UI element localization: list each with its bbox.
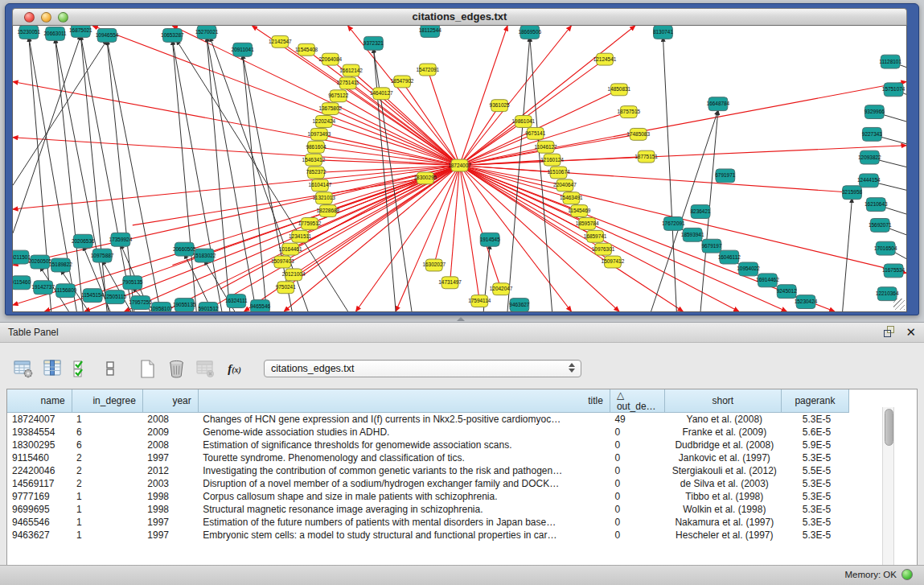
table-cell[interactable]: 22420046 xyxy=(7,464,72,477)
graph-node-yellow[interactable]: 16612142 xyxy=(339,64,363,76)
graph-node-yellow[interactable]: 10976301 xyxy=(592,243,615,255)
table-cell[interactable]: 1997 xyxy=(142,529,198,542)
table-cell[interactable]: 5.5E-5 xyxy=(781,464,848,477)
table-cell[interactable]: Estimation of the future numbers of pati… xyxy=(198,516,610,529)
table-cell[interactable]: 18724007 xyxy=(7,413,72,426)
graph-node-yellow[interactable]: 9750241 xyxy=(276,282,296,294)
graph-node-teal[interactable]: 1914545 xyxy=(480,233,500,246)
graph-node-yellow[interactable]: 15463491 xyxy=(560,192,583,204)
table-cell[interactable]: Structural magnetic resonance image aver… xyxy=(198,503,610,516)
table-cell[interactable]: 0 xyxy=(610,529,664,542)
graph-node-yellow[interactable]: 15472091 xyxy=(416,64,439,76)
graph-node-teal[interactable]: 17016504 xyxy=(874,241,897,255)
resize-grip-icon[interactable] xyxy=(893,299,905,310)
graph-node-teal[interactable]: 17672091 xyxy=(662,216,685,230)
graph-node-teal[interactable]: 15692071 xyxy=(869,218,892,232)
table-cell[interactable]: 5.3E-5 xyxy=(781,413,848,426)
graph-node-teal[interactable]: 10958107 xyxy=(150,303,173,311)
table-row[interactable]: 946554611997Estimation of the future num… xyxy=(7,516,849,529)
graph-node-yellow[interactable]: 15097403 xyxy=(271,256,294,268)
graph-node-teal[interactable]: 6791971 xyxy=(715,169,735,183)
graph-node-teal[interactable]: 11675534 xyxy=(882,264,906,278)
close-panel-icon[interactable]: ✕ xyxy=(906,326,916,338)
column-header-short[interactable]: short xyxy=(664,389,781,413)
table-cell[interactable]: de Silva et al. (2003) xyxy=(664,477,781,490)
graph-node-yellow[interactable]: 10164461 xyxy=(279,243,302,255)
table-cell[interactable]: 1 xyxy=(72,490,142,503)
table-cell[interactable]: 2 xyxy=(72,464,142,477)
graph-node-yellow[interactable]: 18595784 xyxy=(576,217,599,229)
table-cell[interactable]: 9699695 xyxy=(7,503,72,516)
table-cell[interactable]: Wolkin et al. (1998) xyxy=(664,503,781,516)
table-cell[interactable]: Stergiakouli et al. (2012) xyxy=(664,464,781,477)
graph-node-teal[interactable]: 9465546 xyxy=(250,300,270,311)
table-row[interactable]: 2242004622012Investigating the contribut… xyxy=(7,464,849,477)
table-cell[interactable]: 1998 xyxy=(142,503,198,516)
table-cell[interactable]: 19384554 xyxy=(7,426,72,439)
graph-node-teal[interactable]: 15270021 xyxy=(195,26,219,39)
window-titlebar[interactable]: citations_edges.txt xyxy=(12,8,907,26)
graph-node-teal[interactable]: 7905135 xyxy=(122,276,142,290)
graph-node-yellow[interactable]: 16859741 xyxy=(584,230,607,242)
graph-node-yellow[interactable]: 18757515 xyxy=(617,106,640,118)
minimize-window-icon[interactable] xyxy=(41,12,51,23)
table-cell[interactable]: 2 xyxy=(72,451,142,464)
table-cell[interactable]: 0 xyxy=(610,516,664,529)
graph-node-yellow[interactable]: 12042047 xyxy=(490,283,513,295)
graph-node-yellow[interactable]: 13675802 xyxy=(318,103,342,115)
graph-node-yellow[interactable]: 17759512 xyxy=(298,217,322,229)
table-mode-icon[interactable] xyxy=(13,358,35,380)
table-cell[interactable]: 5.3E-5 xyxy=(781,529,848,542)
graph-node-teal[interactable]: 18112544 xyxy=(419,26,442,37)
table-cell[interactable]: Investigating the contribution of common… xyxy=(198,464,610,477)
graph-node-teal[interactable]: 8130741 xyxy=(653,26,673,39)
table-row[interactable]: 1872400712008Changes of HCN gene express… xyxy=(7,413,849,426)
graph-node-yellow[interactable]: 9675122 xyxy=(328,90,348,102)
column-header-year[interactable]: year xyxy=(142,389,198,413)
table-cell[interactable]: 0 xyxy=(610,490,664,503)
graph-node-yellow[interactable]: 9675141 xyxy=(525,127,545,139)
table-cell[interactable]: 49 xyxy=(610,413,664,426)
graph-node-yellow[interactable]: 7852372 xyxy=(306,167,326,179)
table-cell[interactable]: Changes of HCN gene expression and I(f) … xyxy=(198,413,610,426)
graph-node-teal[interactable]: 17359924 xyxy=(109,233,133,246)
table-cell[interactable]: 6 xyxy=(72,439,142,451)
graph-node-teal[interactable]: 9679197 xyxy=(701,239,721,253)
table-cell[interactable]: 2 xyxy=(72,477,142,490)
table-cell[interactable]: 2008 xyxy=(142,439,198,451)
graph-node-teal[interactable]: 18593941 xyxy=(681,228,704,241)
graph-node-teal[interactable]: 5901512 xyxy=(198,303,218,311)
table-cell[interactable]: 5.3E-5 xyxy=(781,516,848,529)
graph-node-yellow[interactable]: 12124541 xyxy=(593,53,617,65)
table-cell[interactable]: 0 xyxy=(610,451,664,464)
network-canvas[interactable]: 1523005120663011168750211094655410653287… xyxy=(12,26,907,312)
graph-node-yellow[interactable]: 15463412 xyxy=(302,154,326,166)
table-row[interactable]: 1938455462009Genome-wide association stu… xyxy=(7,426,849,439)
graph-node-yellow[interactable]: 10973493 xyxy=(308,128,331,140)
column-header-name[interactable]: name xyxy=(7,389,72,413)
column-header-in_degree[interactable]: in_degree xyxy=(72,389,142,413)
graph-node-teal[interactable]: 12093822 xyxy=(858,150,881,164)
graph-node-yellow[interactable]: 18775151 xyxy=(634,150,658,163)
table-selector-dropdown[interactable]: citations_edges.txt xyxy=(264,360,581,377)
graph-node-yellow[interactable]: 9361025 xyxy=(490,100,510,112)
table-cell[interactable]: 2008 xyxy=(142,413,198,426)
table-cell[interactable]: 1 xyxy=(72,516,142,529)
graph-node-yellow[interactable]: 18547902 xyxy=(391,76,414,88)
citation-network-graph[interactable]: 1523005120663011168750211094655410653287… xyxy=(13,26,906,311)
graph-node-yellow[interactable]: 11545408 xyxy=(295,43,318,56)
table-cell[interactable]: 1997 xyxy=(142,516,198,529)
show-columns-icon[interactable] xyxy=(42,358,64,380)
graph-node-teal[interactable]: 11128101 xyxy=(879,55,901,68)
table-cell[interactable]: Disruption of a novel member of a sodium… xyxy=(198,477,610,490)
float-panel-icon[interactable] xyxy=(884,326,896,338)
graph-node-teal[interactable]: 16914462 xyxy=(756,274,779,287)
table-scrollbar-track[interactable] xyxy=(882,407,894,575)
table-row[interactable]: 977716911998Corpus callosum shape and si… xyxy=(7,490,849,503)
table-cell[interactable]: Jankovic et al. (1997) xyxy=(664,451,781,464)
table-cell[interactable]: Nakamura et al. (1997) xyxy=(664,516,781,529)
table-cell[interactable]: Tibbo et al. (1998) xyxy=(664,490,781,503)
graph-node-teal[interactable]: 12505115 xyxy=(104,290,127,304)
graph-node-yellow[interactable]: 12341511 xyxy=(289,230,312,242)
graph-node-teal[interactable]: 15230051 xyxy=(18,26,41,39)
